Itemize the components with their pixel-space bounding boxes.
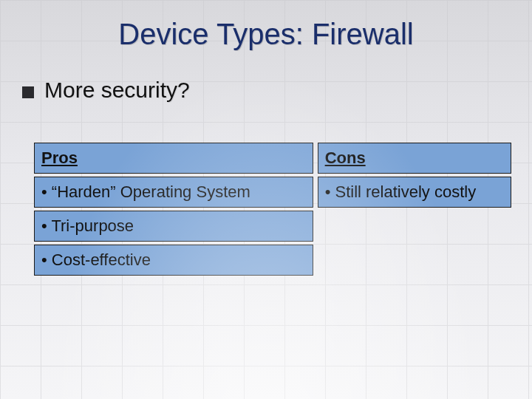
square-bullet-icon bbox=[22, 86, 34, 98]
list-item: • Cost-effective bbox=[34, 245, 313, 276]
pros-header: Pros bbox=[34, 143, 313, 174]
list-item: • “Harden” Operating System bbox=[34, 177, 313, 208]
cons-column: Cons • Still relatively costly bbox=[318, 143, 511, 208]
subtitle-bullet: More security? bbox=[22, 78, 511, 103]
pros-column: Pros • “Harden” Operating System • Tri-p… bbox=[34, 143, 313, 276]
list-item: • Tri-purpose bbox=[34, 211, 313, 242]
cons-header: Cons bbox=[318, 143, 511, 174]
slide: Device Types: Firewall More security? Pr… bbox=[0, 0, 532, 399]
list-item: • Still relatively costly bbox=[318, 177, 511, 208]
page-title: Device Types: Firewall bbox=[21, 18, 511, 51]
pros-cons-table: Pros • “Harden” Operating System • Tri-p… bbox=[34, 143, 511, 276]
subtitle-text: More security? bbox=[44, 78, 190, 103]
